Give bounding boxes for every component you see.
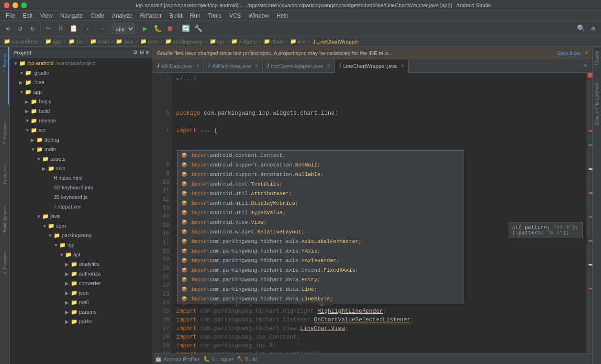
project-expand-icon[interactable]: ⊞ [140,49,144,55]
sync-now-link[interactable]: Sync Now [556,50,580,56]
tree-item-litepal-xml[interactable]: ▶ X litepal.xml [10,202,153,211]
breadcrumb-root[interactable]: 📁 iop-android [4,38,38,44]
ac-item-5[interactable]: 📦 import android.util.AttributeSet; [178,189,464,199]
ac-item-16[interactable]: 📦 import com.parkingwang.hichart.data.Li… [178,294,464,304]
device-file-explorer-btn[interactable]: Device File Explorer [593,78,601,129]
tab-allparkview[interactable]: J AllParkView.java ✕ [204,59,263,73]
tab-close-4[interactable]: ✕ [401,63,404,68]
code-editor[interactable]: ⚠ 5 7 8 9 10 11 12 13 14 15 16 17 18 19 … [153,73,592,353]
menu-item-edit[interactable]: Edit [19,12,36,19]
tree-item-release[interactable]: ▼ 📁 release [10,116,153,125]
tree-item-idea[interactable]: ▶ 📁 .idea [10,77,153,87]
ac-item-10[interactable]: 📦 import com.parkingwang.hichart.axis.Ax… [178,237,464,246]
project-icon[interactable]: 1: Project [1,49,9,77]
menu-item-run[interactable]: Run [186,12,204,19]
tree-item-keyboard-info[interactable]: ▶ ⌨ keyboard.info [10,183,153,192]
tree-item-debug[interactable]: ▶ 📁 debug [10,135,153,144]
tree-item-iop[interactable]: ▼ 📁 iop [10,240,153,250]
minimize-button[interactable] [12,2,18,8]
tree-item-mall[interactable]: ▶ 📁 mall [10,298,153,307]
tree-item-root[interactable]: ▼ 📁 iop-android /workspace/project [10,58,153,68]
toolbar-icon-1[interactable]: ⊙ [2,23,13,34]
tree-item-converter[interactable]: ▶ 📁 converter [10,278,153,288]
tree-item-src[interactable]: ▼ 📁 src [10,125,153,135]
menu-item-tools[interactable]: Tools [204,12,225,19]
menu-item-vcs[interactable]: VCS [225,12,245,19]
tab-kalldata[interactable]: J kAllData.java ✕ [153,59,204,73]
sync-close-icon[interactable]: ✕ [584,50,589,56]
toolbar-icon-back[interactable]: ← [83,23,95,34]
ac-item-6[interactable]: 📦 import android.util.DisplayMetrics; [178,199,464,208]
tree-item-authoriza[interactable]: ▶ 📁 authoriza [10,269,153,278]
ac-item-8[interactable]: 📦 import android.view.View; [178,218,464,227]
settings-icon[interactable]: ⚙ [588,23,599,34]
toolbar-icon-copy[interactable]: ⎘ [55,23,67,34]
tree-item-params[interactable]: ▶ 📁 params [10,307,153,317]
sync-icon[interactable]: 🔄 [180,23,191,34]
menu-item-file[interactable]: File [2,12,19,19]
favorites-icon[interactable]: 2: Favorites [1,249,9,277]
build-btn[interactable]: 🔨 Build [237,356,256,362]
toolbar-icon-2[interactable]: ↺ [14,23,26,34]
ac-item-2[interactable]: 📦 import android.support.annotation.NonN… [178,160,464,170]
tab-close-1[interactable]: ✕ [196,63,200,68]
close-button[interactable] [4,2,10,8]
menu-item-analyze[interactable]: Analyze [108,12,136,19]
ac-item-11[interactable]: 📦 import com.parkingwang.hichart.axis.YA… [178,246,464,256]
search-everywhere-icon[interactable]: 🔍 [575,23,587,34]
structure-icon[interactable]: Z: Structure [1,117,9,150]
tree-item-index-html[interactable]: ▶ H index.html [10,173,153,183]
tree-item-com[interactable]: ▼ 📁 com [10,221,153,231]
tree-item-skin[interactable]: ▶ 📁 skin [10,164,153,173]
run-button[interactable]: ▶ [139,23,151,34]
tree-item-main[interactable]: ▼ 📁 main [10,144,153,154]
menu-item-code[interactable]: Code [87,12,108,19]
menu-item-window[interactable]: Window [245,12,273,19]
tree-item-assets[interactable]: ▼ 📁 assets [10,154,153,164]
menu-item-navigate[interactable]: Navigate [56,12,87,19]
tabs-overflow-icon[interactable]: ≡ [578,63,592,69]
tree-item-build[interactable]: ▶ 📁 build [10,106,153,116]
tree-item-java[interactable]: ▼ 📁 java [10,211,153,221]
build-variants-icon[interactable]: Build Variants [1,200,9,238]
menu-item-help[interactable]: Help [273,12,292,19]
tab-linechartwarpper[interactable]: J LineChartWrapper.java ✕ [335,59,409,73]
captures-icon[interactable]: Captures [1,161,9,189]
tree-item-bugly[interactable]: ▶ 📁 bugly [10,97,153,106]
tree-item-gradle[interactable]: ▼ 📁 .gradle [10,68,153,77]
tree-item-parks[interactable]: ▶ 📁 parks [10,317,153,326]
toolbar-icon-cut[interactable]: ✂ [43,23,54,34]
ac-item-7[interactable]: 📦 import android.util.TypedValue; [178,208,464,218]
toolbar-icon-3[interactable]: ↻ [27,23,38,34]
ac-item-15[interactable]: 📦 import com.parkingwang.hichart.data.Li… [178,285,464,294]
ac-item-1[interactable]: 📦 import android.content.Context; [178,151,464,160]
menu-item-build[interactable]: Build [166,12,186,19]
debug-button[interactable]: 🐛 [152,23,163,34]
tree-item-app[interactable]: ▼ 📁 app [10,87,153,97]
autocomplete-popup[interactable]: 📦 import android.content.Context; 📦 impo… [177,150,464,304]
android-profiler-btn[interactable]: 🤖 Android Profiler [155,356,200,362]
tree-item-json[interactable]: ▶ 📁 json [10,288,153,298]
logcat-btn[interactable]: 🐛 6: Logcat [203,356,233,362]
tab-close-3[interactable]: ✕ [327,63,331,68]
ac-item-12[interactable]: 📦 import com.parkingwang.hichart.axis.YA… [178,256,464,265]
ac-item-14[interactable]: 📦 import com.parkingwang.hichart.data.En… [178,275,464,285]
menu-item-refactor[interactable]: Refactor [136,12,166,19]
ac-item-9[interactable]: 📦 import android.widget.RelativeLayout; [178,227,464,237]
toolbar-icon-forward[interactable]: → [96,23,107,34]
toolbar-icon-paste[interactable]: 📋 [67,23,79,34]
tree-item-parkingwang[interactable]: ▼ 📁 parkingwang [10,231,153,240]
gradle-icon[interactable]: 🔧 [192,23,204,34]
gradle-panel-btn[interactable]: Gradle [593,47,601,69]
tree-item-api[interactable]: ▼ 📁 api [10,250,153,259]
maximize-button[interactable] [21,2,27,8]
tab-close-2[interactable]: ✕ [255,63,258,68]
project-options-icon[interactable]: ≡ [146,49,149,55]
ac-item-4[interactable]: 📦 import android.text.TextUtils; [178,179,464,189]
tree-item-keyboard-js[interactable]: ▶ JS keyboard.js [10,192,153,202]
ac-item-3[interactable]: 📦 import android.support.annotation.Null… [178,170,464,179]
app-selector[interactable]: app [111,23,135,34]
tab-iopcommadapter[interactable]: J IopCommAdapter.java ✕ [263,59,335,73]
project-settings-icon[interactable]: ⚙ [133,49,138,55]
stop-button[interactable]: ⏹ [164,23,176,34]
